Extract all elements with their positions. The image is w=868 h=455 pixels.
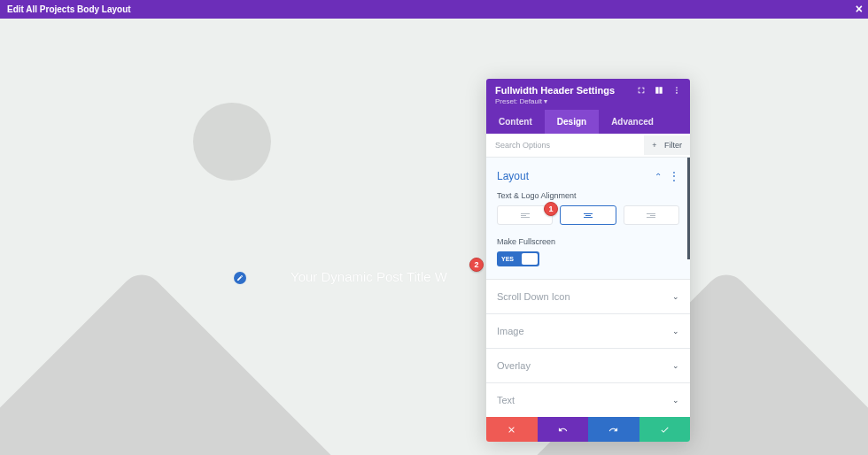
- accordion-overlay[interactable]: Overlay ⌄: [486, 349, 690, 383]
- chevron-down-icon: ⌄: [672, 327, 679, 335]
- panel-footer: [486, 417, 690, 442]
- plus-icon: +: [652, 141, 656, 150]
- panel-header[interactable]: Fullwidth Header Settings Preset: Defaul…: [486, 79, 690, 110]
- topbar: Edit All Projects Body Layout ×: [0, 0, 868, 19]
- tab-advanced[interactable]: Advanced: [599, 110, 666, 134]
- fullscreen-toggle[interactable]: YES: [497, 251, 539, 266]
- accordion-image[interactable]: Image ⌄: [486, 314, 690, 349]
- tab-design[interactable]: Design: [545, 110, 599, 134]
- svg-point-0: [676, 87, 678, 89]
- align-right-icon: [647, 213, 655, 218]
- accordion-text[interactable]: Text ⌄: [486, 383, 690, 417]
- annotation-badge-2: 2: [469, 258, 484, 272]
- save-button[interactable]: [639, 417, 691, 442]
- align-left-icon: [521, 213, 530, 218]
- bg-shape-left: [0, 266, 455, 455]
- chevron-down-icon: ⌄: [672, 292, 679, 301]
- section-title: Layout: [497, 170, 529, 182]
- scrollbar-thumb[interactable]: [687, 158, 690, 259]
- filter-button[interactable]: + Filter: [644, 135, 690, 155]
- search-input[interactable]: [486, 134, 644, 157]
- more-icon[interactable]: [672, 86, 681, 95]
- page-title: Edit All Projects Body Layout: [7, 4, 131, 14]
- redo-button[interactable]: [588, 417, 639, 442]
- canvas: Your Dynamic Post Title W: [0, 19, 868, 455]
- section-header[interactable]: Layout ⌃ ⋮: [497, 165, 679, 191]
- alignment-buttons: [497, 205, 679, 225]
- undo-icon: [558, 425, 568, 435]
- align-right-button[interactable]: [624, 205, 679, 225]
- svg-point-1: [676, 89, 678, 91]
- edit-pin[interactable]: [234, 272, 246, 284]
- chevron-down-icon: ⌄: [672, 396, 679, 405]
- toggle-knob: [522, 253, 538, 265]
- search-row: + Filter: [486, 134, 690, 158]
- check-icon: [660, 425, 670, 435]
- svg-point-2: [676, 92, 678, 94]
- preset-label[interactable]: Preset: Default ▾: [495, 97, 681, 105]
- panel-title: Fullwidth Header Settings: [495, 85, 615, 96]
- section-more-icon[interactable]: ⋮: [669, 171, 679, 181]
- settings-panel: Fullwidth Header Settings Preset: Defaul…: [486, 79, 690, 442]
- tab-content[interactable]: Content: [486, 110, 545, 134]
- chevron-up-icon[interactable]: ⌃: [655, 172, 662, 181]
- align-center-icon: [584, 213, 593, 218]
- annotation-badge-1: 1: [544, 202, 558, 216]
- tabs: Content Design Advanced: [486, 110, 690, 134]
- scrollbar[interactable]: [687, 158, 690, 417]
- accordion: Scroll Down Icon ⌄ Image ⌄ Overlay ⌄ Tex…: [486, 280, 690, 417]
- fullscreen-label: Make Fullscreen: [497, 237, 679, 246]
- undo-button[interactable]: [538, 417, 589, 442]
- snap-icon[interactable]: [655, 86, 663, 95]
- align-center-button[interactable]: [560, 205, 616, 225]
- bg-circle: [193, 103, 271, 181]
- chevron-down-icon: ▾: [544, 97, 547, 105]
- cancel-button[interactable]: [486, 417, 538, 442]
- layout-section: Layout ⌃ ⋮ Text & Logo Alignment Make Fu…: [486, 158, 690, 280]
- dynamic-post-title[interactable]: Your Dynamic Post Title W: [291, 269, 447, 284]
- align-label: Text & Logo Alignment: [497, 191, 679, 200]
- close-icon: [507, 425, 516, 435]
- expand-icon[interactable]: [637, 86, 646, 95]
- close-icon[interactable]: ×: [856, 2, 863, 16]
- redo-icon: [608, 425, 618, 435]
- chevron-down-icon: ⌄: [672, 361, 679, 370]
- pencil-icon: [236, 274, 244, 281]
- accordion-scroll-down[interactable]: Scroll Down Icon ⌄: [486, 280, 690, 314]
